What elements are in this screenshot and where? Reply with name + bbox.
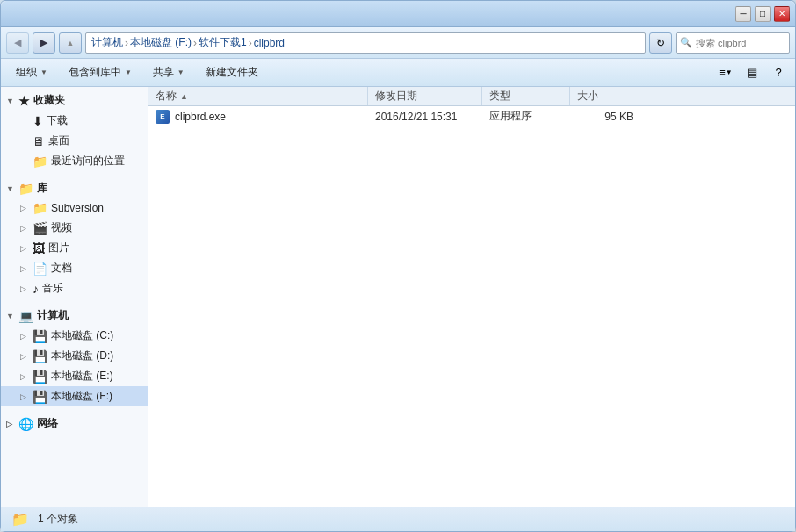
sidebar-item-video[interactable]: ▷ 🎬 视频 (1, 218, 148, 238)
organize-label: 组织 (16, 65, 37, 80)
breadcrumb-sep-2: › (249, 37, 252, 49)
video-icon: 🎬 (33, 221, 47, 235)
recent-icon: 📁 (33, 155, 47, 169)
sidebar-item-drive-d[interactable]: ▷ 💾 本地磁盘 (D:) (1, 346, 148, 366)
drive-d-label: 本地磁盘 (D:) (51, 349, 113, 363)
share-label: 共享 (153, 65, 174, 80)
back-button[interactable]: ◀ (6, 32, 29, 54)
breadcrumb-item-2[interactable]: 软件下载1 (199, 35, 247, 50)
file-size: 95 KB (604, 111, 633, 123)
sidebar-item-pictures[interactable]: ▷ 🖼 图片 (1, 238, 148, 258)
sidebar-item-subversion[interactable]: ▷ 📁 Subversion (1, 198, 148, 218)
file-cell-name: E clipbrd.exe (148, 106, 368, 126)
subversion-triangle: ▷ (20, 204, 29, 212)
organize-button[interactable]: 组织 ▼ (6, 61, 57, 84)
drive-f-label: 本地磁盘 (F:) (51, 389, 112, 404)
table-row[interactable]: E clipbrd.exe 2016/12/21 15:31 应用程序 95 K… (148, 106, 795, 127)
toolbar: 组织 ▼ 包含到库中 ▼ 共享 ▼ 新建文件夹 ≡ ▼ ▤ ? (1, 59, 795, 87)
help-button[interactable]: ? (767, 62, 790, 83)
favorites-icon: ★ (18, 94, 30, 108)
status-count: 1 个对象 (38, 512, 78, 527)
col-type-label: 类型 (489, 89, 510, 104)
documents-label: 文档 (51, 261, 72, 276)
breadcrumb-item-1[interactable]: 本地磁盘 (F:) (130, 35, 192, 50)
drive-e-label: 本地磁盘 (E:) (51, 369, 113, 384)
sidebar-item-drive-c[interactable]: ▷ 💾 本地磁盘 (C:) (1, 326, 148, 346)
drive-d-icon: 💾 (33, 349, 47, 363)
pane-icon: ▤ (747, 66, 757, 79)
subversion-icon: 📁 (33, 201, 47, 215)
include-arrow: ▼ (125, 68, 132, 76)
video-triangle: ▷ (20, 224, 29, 233)
file-type: 应用程序 (489, 109, 532, 124)
computer-section: ▼ 💻 计算机 ▷ 💾 本地磁盘 (C:) ▷ 💾 本地磁盘 (D:) ▷ 💾 (1, 302, 148, 410)
music-label: 音乐 (42, 281, 63, 296)
drive-c-triangle: ▷ (20, 332, 29, 341)
pane-button[interactable]: ▤ (741, 62, 763, 83)
favorites-triangle: ▼ (6, 97, 15, 105)
new-folder-button[interactable]: 新建文件夹 (196, 61, 268, 84)
file-cell-size: 95 KB (570, 106, 640, 126)
recent-label: 最近访问的位置 (51, 154, 125, 169)
title-bar: ─ □ ✕ (1, 1, 795, 27)
search-box[interactable]: 🔍 (676, 32, 790, 54)
forward-icon: ▶ (40, 37, 47, 48)
forward-button[interactable]: ▶ (33, 32, 55, 54)
col-size-label: 大小 (577, 89, 598, 104)
drive-d-triangle: ▷ (20, 352, 29, 361)
breadcrumb-sep-1: › (193, 37, 197, 49)
minimize-button[interactable]: ─ (735, 6, 751, 22)
col-header-type[interactable]: 类型 (482, 87, 570, 105)
refresh-button[interactable]: ↻ (649, 32, 672, 54)
pictures-triangle: ▷ (20, 244, 29, 253)
favorites-group[interactable]: ▼ ★ 收藏夹 (1, 90, 148, 111)
computer-icon: 💻 (18, 309, 33, 323)
libraries-group[interactable]: ▼ 📁 库 (1, 178, 148, 198)
favorites-section: ▼ ★ 收藏夹 ⬇ 下载 🖥 桌面 📁 最近访问的位置 (1, 87, 148, 175)
sidebar-item-downloads[interactable]: ⬇ 下载 (1, 111, 148, 131)
share-button[interactable]: 共享 ▼ (143, 61, 194, 84)
col-header-name[interactable]: 名称 ▲ (148, 87, 368, 105)
breadcrumb[interactable]: 计算机 › 本地磁盘 (F:) › 软件下载1 › clipbrd (85, 32, 646, 54)
search-input[interactable] (696, 38, 785, 48)
sidebar-item-documents[interactable]: ▷ 📄 文档 (1, 258, 148, 278)
breadcrumb-item-0[interactable]: 计算机 (91, 35, 123, 50)
up-button[interactable]: ▲ (59, 32, 82, 54)
sidebar-item-recent[interactable]: 📁 最近访问的位置 (1, 151, 148, 171)
main-area: ▼ ★ 收藏夹 ⬇ 下载 🖥 桌面 📁 最近访问的位置 (1, 87, 795, 507)
address-bar: ◀ ▶ ▲ 计算机 › 本地磁盘 (F:) › 软件下载1 › clipbrd … (1, 27, 795, 59)
close-button[interactable]: ✕ (774, 6, 790, 22)
file-cell-type: 应用程序 (482, 106, 570, 126)
include-library-button[interactable]: 包含到库中 ▼ (59, 61, 141, 84)
file-date: 2016/12/21 15:31 (375, 111, 457, 123)
file-area: 名称 ▲ 修改日期 类型 大小 E clipbrd.exe (148, 87, 795, 507)
network-label: 网络 (37, 416, 58, 431)
include-label: 包含到库中 (69, 65, 121, 80)
help-icon: ? (775, 66, 781, 79)
drive-f-triangle: ▷ (20, 392, 29, 401)
desktop-icon: 🖥 (33, 134, 45, 148)
file-list: E clipbrd.exe 2016/12/21 15:31 应用程序 95 K… (148, 106, 795, 507)
sidebar-item-music[interactable]: ▷ ♪ 音乐 (1, 278, 148, 298)
computer-group[interactable]: ▼ 💻 计算机 (1, 306, 148, 326)
file-cell-date: 2016/12/21 15:31 (368, 106, 482, 126)
sidebar: ▼ ★ 收藏夹 ⬇ 下载 🖥 桌面 📁 最近访问的位置 (1, 87, 148, 507)
sidebar-item-drive-f[interactable]: ▷ 💾 本地磁盘 (F:) (1, 386, 148, 406)
explorer-window: ─ □ ✕ ◀ ▶ ▲ 计算机 › 本地磁盘 (F:) › 软件下载1 › cl… (0, 0, 796, 532)
sidebar-item-desktop[interactable]: 🖥 桌面 (1, 131, 148, 151)
pictures-icon: 🖼 (33, 241, 45, 255)
col-header-size[interactable]: 大小 (570, 87, 640, 105)
view-arrow: ▼ (726, 68, 733, 76)
window-controls: ─ □ ✕ (735, 6, 790, 22)
sidebar-item-drive-e[interactable]: ▷ 💾 本地磁盘 (E:) (1, 366, 148, 386)
network-triangle: ▷ (6, 420, 15, 428)
refresh-icon: ↻ (656, 37, 665, 49)
libraries-section: ▼ 📁 库 ▷ 📁 Subversion ▷ 🎬 视频 ▷ 🖼 (1, 175, 148, 302)
status-folder-icon: 📁 (11, 511, 29, 528)
view-options-button[interactable]: ≡ ▼ (714, 62, 737, 83)
breadcrumb-item-3[interactable]: clipbrd (254, 37, 285, 49)
col-header-date[interactable]: 修改日期 (368, 87, 482, 105)
documents-triangle: ▷ (20, 264, 29, 273)
network-group[interactable]: ▷ 🌐 网络 (1, 413, 148, 434)
maximize-button[interactable]: □ (755, 6, 771, 22)
